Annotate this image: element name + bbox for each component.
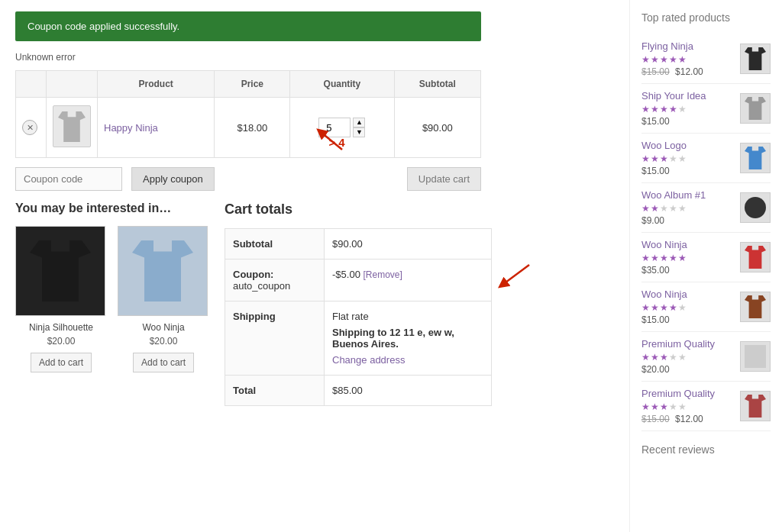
price-current-1: $15.00 — [641, 116, 670, 127]
annotation-label: > 4 — [328, 136, 344, 149]
suggestions-section: You may be interested in… Ninja Silhouet… — [15, 202, 209, 406]
suggestion-card-0: Ninja Silhouette $20.00 Add to cart — [15, 226, 107, 372]
remove-annotation — [491, 263, 533, 296]
top-product-name-7[interactable]: Premium Quality — [641, 388, 734, 399]
top-product-5: Woo Ninja ★★★★★ $15.00 — [641, 282, 771, 332]
coupon-left: Apply coupon — [15, 167, 215, 191]
thumb-img-2 — [745, 147, 766, 169]
qty-wrapper: ▲ ▼ — [296, 118, 387, 137]
top-product-info-3: Woo Album #1 ★★★★★ $9.00 — [641, 189, 734, 226]
top-product-name-5[interactable]: Woo Ninja — [641, 289, 734, 300]
shipping-method: Flat rate — [332, 311, 483, 322]
top-product-0: Flying Ninja ★★★★★ $15.00 $12.00 — [641, 34, 771, 84]
price-current-3: $9.00 — [641, 215, 664, 226]
product-subtotal: $90.00 — [422, 122, 453, 134]
add-to-cart-button-1[interactable]: Add to cart — [133, 353, 194, 372]
price-current-2: $15.00 — [641, 166, 670, 176]
col-quantity: Quantity — [290, 71, 394, 98]
thumb-5 — [740, 292, 771, 322]
top-product-info-0: Flying Ninja ★★★★★ $15.00 $12.00 — [641, 40, 734, 77]
remove-coupon-link[interactable]: [Remove] — [363, 269, 402, 280]
qty-down-button[interactable]: ▼ — [353, 127, 365, 137]
totals-table: Subtotal $90.00 Coupon:auto_coupon -$5.0… — [225, 228, 492, 406]
svg-line-3 — [502, 265, 529, 285]
suggestion-img-0 — [15, 226, 105, 316]
qty-spinners: ▲ ▼ — [353, 118, 365, 137]
thumb-4 — [740, 242, 771, 272]
thumb-7 — [740, 391, 771, 421]
totals-value-shipping: Flat rate Shipping to 12 11 e, ew w, Bue… — [325, 301, 492, 376]
thumb-img-6 — [745, 345, 766, 368]
thumb-img-5 — [745, 295, 766, 318]
coupon-input[interactable] — [15, 167, 122, 191]
top-product-6: Premium Quality ★★★★★ $20.00 — [641, 332, 771, 382]
product-thumbnail-cell — [47, 98, 98, 158]
shipping-address: Shipping to 12 11 e, ew w, Buenos Aires. — [332, 327, 483, 350]
col-image — [47, 71, 98, 98]
product-name-cell: Happy Ninja — [98, 98, 215, 158]
apply-coupon-button[interactable]: Apply coupon — [131, 167, 215, 191]
coupon-row: Apply coupon Update cart — [15, 167, 481, 191]
thumb-img-7 — [745, 395, 766, 418]
cart-table: Product Price Quantity Subtotal ✕ — [15, 70, 481, 158]
top-product-info-1: Ship Your Idea ★★★★★ $15.00 — [641, 90, 734, 127]
thumb-img-3 — [745, 197, 766, 218]
product-price: $18.00 — [237, 122, 267, 134]
price-4: $35.00 — [641, 265, 734, 276]
thumb-3 — [740, 192, 771, 223]
top-product-info-7: Premium Quality ★★★★★ $15.00 $12.00 — [641, 388, 734, 424]
price-current-5: $15.00 — [641, 314, 670, 325]
qty-up-button[interactable]: ▲ — [353, 118, 365, 127]
top-product-name-6[interactable]: Premium Quality — [641, 338, 734, 350]
suggestion-name-0: Ninja Silhouette — [15, 322, 107, 333]
table-row: ✕ Happy Ninja $18.00 — [16, 98, 481, 158]
cart-totals-title: Cart totals — [225, 202, 492, 218]
stars-5: ★★★★★ — [641, 302, 734, 313]
top-product-info-5: Woo Ninja ★★★★★ $15.00 — [641, 289, 734, 325]
price-current-0: $12.00 — [675, 66, 703, 77]
sidebar: Top rated products Flying Ninja ★★★★★ $1… — [629, 0, 782, 532]
totals-row-coupon: Coupon:auto_coupon -$5.00 [Remove] — [225, 260, 492, 301]
stars-0: ★★★★★ — [641, 54, 734, 65]
thumb-img-4 — [745, 246, 766, 269]
totals-row-subtotal: Subtotal $90.00 — [225, 229, 492, 260]
product-subtotal-cell: $90.00 — [394, 98, 480, 158]
totals-value-total: $85.00 — [325, 376, 492, 406]
top-product-name-4[interactable]: Woo Ninja — [641, 239, 734, 250]
tshirt-image — [58, 111, 86, 142]
qty-input[interactable] — [318, 118, 351, 137]
price-5: $15.00 — [641, 314, 734, 325]
success-banner: Coupon code applied successfully. — [15, 11, 481, 41]
totals-label-total: Total — [225, 376, 325, 406]
top-product-info-4: Woo Ninja ★★★★★ $35.00 — [641, 239, 734, 276]
update-cart-button[interactable]: Update cart — [407, 167, 481, 191]
price-3: $9.00 — [641, 215, 734, 226]
top-product-name-2[interactable]: Woo Logo — [641, 140, 734, 151]
top-product-name-1[interactable]: Ship Your Idea — [641, 90, 734, 102]
suggestion-name-1: Woo Ninja — [118, 322, 209, 333]
suggestion-price-1: $20.00 — [118, 336, 209, 347]
top-product-1: Ship Your Idea ★★★★★ $15.00 — [641, 84, 771, 134]
add-to-cart-button-0[interactable]: Add to cart — [31, 353, 92, 372]
thumb-0 — [740, 44, 771, 74]
top-product-7: Premium Quality ★★★★★ $15.00 $12.00 — [641, 382, 771, 431]
thumb-2 — [740, 143, 771, 173]
main-lower: You may be interested in… Ninja Silhouet… — [15, 202, 481, 406]
stars-3: ★★★★★ — [641, 203, 734, 214]
price-7: $15.00 $12.00 — [641, 414, 734, 424]
top-product-info-6: Premium Quality ★★★★★ $20.00 — [641, 338, 734, 375]
stars-2: ★★★★★ — [641, 153, 734, 164]
change-address-link[interactable]: Change address — [332, 354, 405, 366]
price-6: $20.00 — [641, 364, 734, 375]
col-remove — [16, 71, 47, 98]
top-product-4: Woo Ninja ★★★★★ $35.00 — [641, 233, 771, 282]
col-product: Product — [98, 71, 215, 98]
top-product-name-0[interactable]: Flying Ninja — [641, 40, 734, 52]
suggestion-card-1: Woo Ninja $20.00 Add to cart — [118, 226, 209, 372]
remove-item-button[interactable]: ✕ — [22, 120, 37, 135]
stars-1: ★★★★★ — [641, 104, 734, 114]
totals-value-subtotal: $90.00 — [325, 229, 492, 260]
top-product-name-3[interactable]: Woo Album #1 — [641, 189, 734, 201]
tshirt-black-icon — [30, 240, 91, 301]
product-link[interactable]: Happy Ninja — [104, 122, 158, 134]
